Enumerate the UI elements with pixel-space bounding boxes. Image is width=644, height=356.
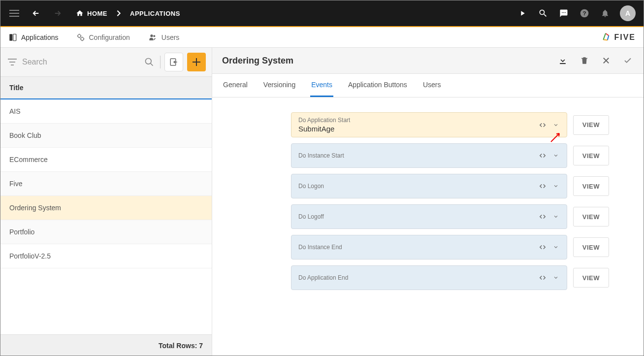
- event-label: Do Application End: [298, 274, 348, 281]
- svg-rect-16: [560, 63, 566, 64]
- breadcrumb-home[interactable]: HOME: [75, 9, 107, 17]
- avatar-initial: A: [625, 9, 630, 17]
- search-icon[interactable]: [142, 55, 156, 69]
- event-row: Do Logoff VIEW: [291, 204, 609, 229]
- sidebar: Title AIS Book Club ECommerce Five Order…: [0, 48, 212, 356]
- event-row: Do Application Start SubmitAge: [291, 112, 609, 137]
- download-button[interactable]: [557, 55, 569, 66]
- event-icons: [538, 213, 560, 220]
- avatar[interactable]: A: [620, 5, 636, 21]
- chevron-down-icon[interactable]: [552, 214, 560, 219]
- list-item[interactable]: PortfolioV-2.5: [0, 244, 212, 268]
- tab-general[interactable]: General: [222, 74, 249, 97]
- chevron-down-icon[interactable]: [552, 275, 560, 280]
- svg-rect-13: [11, 65, 14, 65]
- annotation-arrow-icon: [549, 130, 562, 143]
- list-item[interactable]: Ordering System: [0, 196, 212, 220]
- code-icon[interactable]: [538, 244, 547, 251]
- event-card-text: Do Application Start SubmitAge: [298, 117, 350, 133]
- view-button[interactable]: VIEW: [573, 146, 609, 165]
- event-card-do-application-start[interactable]: Do Application Start SubmitAge: [291, 112, 567, 137]
- applications-icon: [8, 33, 17, 42]
- confirm-button[interactable]: [622, 55, 634, 66]
- bell-icon[interactable]: [599, 7, 611, 19]
- code-icon[interactable]: [538, 274, 547, 281]
- forward-button[interactable]: [48, 3, 67, 23]
- nav-tab-applications[interactable]: Applications: [8, 33, 59, 42]
- view-button[interactable]: VIEW: [573, 207, 609, 227]
- code-icon[interactable]: [538, 183, 547, 190]
- filter-icon[interactable]: [6, 56, 18, 68]
- import-button[interactable]: [164, 53, 183, 71]
- event-card-text: Do Logon: [298, 183, 324, 190]
- event-label: Do Logon: [298, 183, 324, 190]
- view-button[interactable]: VIEW: [573, 176, 609, 196]
- gear-icon: [76, 33, 85, 42]
- svg-point-8: [81, 37, 84, 40]
- divider: [160, 56, 161, 68]
- event-card-do-logon[interactable]: Do Logon: [291, 174, 567, 198]
- tab-events[interactable]: Events: [310, 74, 333, 97]
- help-icon[interactable]: ?: [579, 7, 590, 19]
- svg-point-14: [146, 59, 152, 65]
- svg-rect-12: [9, 62, 15, 63]
- event-card-do-application-end[interactable]: Do Application End: [291, 265, 567, 290]
- event-card-do-instance-start[interactable]: Do Instance Start: [291, 143, 567, 168]
- search-input[interactable]: [22, 58, 138, 66]
- chevron-down-icon[interactable]: [552, 245, 560, 250]
- view-button[interactable]: VIEW: [573, 268, 609, 288]
- search-magnify-icon[interactable]: [537, 7, 549, 19]
- list-item[interactable]: AIS: [0, 99, 212, 124]
- breadcrumb-label: APPLICATIONS: [130, 10, 180, 17]
- add-button[interactable]: [187, 53, 206, 71]
- event-icons: [538, 183, 560, 190]
- chevron-down-icon[interactable]: [552, 184, 560, 189]
- brand-text: FIVE: [614, 33, 636, 42]
- event-card-text: Do Instance Start: [298, 152, 344, 159]
- list-item[interactable]: Portfolio: [0, 220, 212, 244]
- top-header: HOME APPLICATIONS ? A: [0, 0, 644, 27]
- list-item[interactable]: ECommerce: [0, 148, 212, 172]
- search-row: [0, 48, 212, 76]
- tab-versioning[interactable]: Versioning: [262, 74, 296, 97]
- chat-icon[interactable]: [558, 7, 570, 19]
- nav-tab-label: Applications: [21, 33, 59, 41]
- view-button[interactable]: VIEW: [573, 237, 609, 257]
- menu-button[interactable]: [4, 3, 24, 23]
- breadcrumb-applications[interactable]: APPLICATIONS: [130, 10, 180, 17]
- event-card-do-instance-end[interactable]: Do Instance End: [291, 235, 567, 259]
- back-button[interactable]: [26, 3, 46, 23]
- nav-tab-configuration[interactable]: Configuration: [76, 33, 130, 42]
- list-header[interactable]: Title: [0, 76, 212, 99]
- top-right: ? A: [516, 5, 640, 21]
- event-icons: [538, 244, 560, 251]
- code-icon[interactable]: [538, 122, 547, 129]
- view-button[interactable]: VIEW: [573, 115, 609, 135]
- event-card-do-logoff[interactable]: Do Logoff: [291, 204, 567, 229]
- list-item[interactable]: Book Club: [0, 124, 212, 148]
- close-button[interactable]: [600, 55, 612, 66]
- list-item[interactable]: Five: [0, 172, 212, 196]
- play-button[interactable]: [516, 7, 528, 19]
- event-icons: [538, 274, 560, 281]
- breadcrumb-label: HOME: [87, 10, 107, 17]
- tab-application-buttons[interactable]: Application Buttons: [347, 74, 408, 97]
- secondary-nav: Applications Configuration Users FIVE: [0, 27, 644, 48]
- content-actions: [557, 55, 634, 66]
- svg-rect-6: [13, 34, 16, 41]
- event-row: Do Logon VIEW: [291, 174, 609, 198]
- tab-users[interactable]: Users: [422, 74, 442, 97]
- svg-point-9: [150, 34, 153, 37]
- event-row: Do Instance End VIEW: [291, 235, 609, 259]
- code-icon[interactable]: [538, 152, 547, 159]
- five-logo-icon: [600, 32, 611, 43]
- chevron-down-icon[interactable]: [552, 123, 560, 128]
- users-icon: [148, 33, 158, 41]
- chevron-down-icon[interactable]: [552, 153, 560, 158]
- nav-tab-users[interactable]: Users: [148, 33, 180, 41]
- events-body: Do Application Start SubmitAge: [212, 97, 644, 356]
- delete-button[interactable]: [579, 55, 590, 66]
- list-body: AIS Book Club ECommerce Five Ordering Sy…: [0, 99, 212, 334]
- code-icon[interactable]: [538, 213, 547, 220]
- svg-rect-5: [9, 34, 12, 41]
